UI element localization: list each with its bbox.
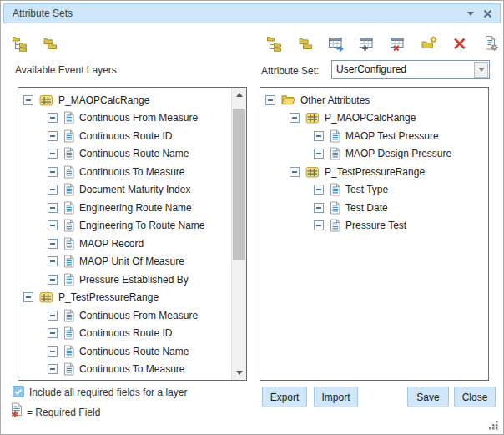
tree-item-label: MAOP Test Pressure [345,130,439,142]
table-import-icon[interactable] [328,35,345,52]
page-gear-icon[interactable] [482,35,499,52]
collapse-minus-icon[interactable] [48,328,58,338]
collapse-minus-icon[interactable] [48,149,58,159]
tree-item[interactable]: Test Date [260,199,488,217]
tree-item-label: Continuous Route ID [79,327,172,339]
tree-item[interactable]: Continuous Route Name [18,145,246,164]
table-add-icon[interactable] [359,35,375,52]
collapse-all-icon[interactable] [297,35,314,52]
scroll-down-icon[interactable] [232,366,246,380]
folder-gear-icon[interactable] [421,35,437,52]
tree-item-label: Document Maturity Index [79,184,190,195]
resize-grip[interactable] [488,419,499,430]
collapse-minus-icon[interactable] [48,256,58,266]
collapse-minus-icon[interactable] [314,149,324,159]
tree-item[interactable]: Test Type [260,181,488,200]
tree-item[interactable]: Other Attributes [260,91,488,109]
tree-item-label: Other Attributes [300,94,370,106]
tree-item[interactable]: P_MAOPCalcRange [18,91,246,109]
tree-item[interactable]: Engineering To Route Name [18,217,246,235]
tree-item[interactable]: Document Maturity Index [18,181,246,200]
tree-item[interactable]: MAOP Record [18,235,246,253]
collapse-minus-icon[interactable] [314,220,324,230]
include-required-fields-checkbox[interactable] [13,386,24,397]
event-layers-tree: P_MAOPCalcRangeContinuous From MeasureCo… [18,91,246,378]
tree-item[interactable]: Continuous To Measure [18,163,246,181]
tree-item[interactable]: Continuous Route ID [18,325,246,343]
tree-item-label: MAOP Record [79,238,144,250]
tree-item-label: Engineering Route Name [79,202,192,214]
collapse-all-icon[interactable] [42,35,58,52]
tree-item[interactable]: Continuous From Measure [18,306,246,325]
event-layer-icon [39,291,53,303]
combobox-dropdown-button[interactable] [474,62,488,78]
vertical-scrollbar[interactable] [231,88,246,380]
collapse-minus-icon[interactable] [314,131,324,141]
collapse-minus-icon[interactable] [48,364,58,374]
import-button[interactable]: Import [314,387,358,407]
collapse-minus-icon[interactable] [48,203,58,213]
collapse-minus-icon[interactable] [314,203,324,213]
attribute-set-toolbar [266,35,499,52]
tree-item[interactable]: P_TestPressureRange [260,163,488,181]
collapse-minus-icon[interactable] [265,95,275,105]
available-event-layers-label: Available Event Layers [15,64,117,76]
tree-item-label: Test Date [345,202,388,214]
tree-item-label: Continuous Route Name [79,148,189,159]
close-button[interactable]: Close [454,387,496,407]
include-required-fields-label: Include all required fields for a layer [29,387,187,398]
collapse-minus-icon[interactable] [48,311,58,321]
delete-x-icon[interactable] [451,35,468,52]
table-delete-icon[interactable] [390,35,406,52]
tree-item-label: MAOP Design Pressure [345,148,451,159]
collapse-minus-icon[interactable] [48,131,58,141]
field-icon [63,237,74,250]
scrollbar-thumb[interactable] [233,109,245,260]
collapse-minus-icon[interactable] [48,239,58,249]
collapse-minus-icon[interactable] [314,185,324,195]
tree-item[interactable]: Continuous Route Name [18,342,246,361]
tree-item[interactable]: P_TestPressureRange [18,289,246,307]
collapse-minus-icon[interactable] [290,167,300,177]
collapse-minus-icon[interactable] [290,113,300,123]
field-icon [63,183,74,196]
expand-all-icon[interactable] [266,35,283,52]
expand-all-icon[interactable] [12,35,28,52]
collapse-minus-icon[interactable] [48,346,58,357]
tree-item[interactable]: Continuous To Measure [18,361,246,379]
export-button[interactable]: Export [262,387,307,407]
required-field-legend: = Required Field [27,407,100,418]
tree-item[interactable]: Continuous Route ID [18,127,246,145]
collapse-minus-icon[interactable] [48,185,58,195]
collapse-minus-icon[interactable] [48,167,58,177]
collapse-minus-icon[interactable] [48,113,58,123]
tree-item-label: Continuous To Measure [79,363,185,375]
field-icon [330,147,340,160]
tree-item[interactable]: Continuous From Measure [18,109,246,128]
tree-item[interactable]: MAOP Test Pressure [260,127,488,145]
tree-item-label: Pressure Established By [79,274,189,286]
save-button[interactable]: Save [407,387,449,407]
titlebar-dropdown-icon[interactable] [467,12,474,16]
attribute-sets-dialog: Attribute Sets Available Event Layers At… [0,0,504,435]
tree-item[interactable]: MAOP Design Pressure [260,145,488,164]
attribute-set-combobox[interactable]: UserConfigured [331,60,490,79]
field-icon [63,309,74,322]
tree-item[interactable]: Engineering Route Name [18,199,246,217]
close-icon[interactable] [483,9,492,18]
scroll-up-icon[interactable] [232,88,246,102]
collapse-minus-icon[interactable] [23,292,33,302]
collapse-minus-icon[interactable] [48,275,58,285]
collapse-minus-icon[interactable] [23,95,33,105]
tree-item-label: MAOP Unit Of Measure [79,255,184,267]
available-event-layers-panel: P_MAOPCalcRangeContinuous From MeasureCo… [18,87,247,381]
tree-item[interactable]: MAOP Unit Of Measure [18,253,246,271]
collapse-minus-icon[interactable] [48,220,58,230]
tree-item-label: P_TestPressureRange [58,291,159,303]
field-icon [63,165,74,179]
required-field-icon [11,402,24,422]
tree-item[interactable]: Pressure Established By [18,271,246,289]
tree-item[interactable]: Pressure Test [260,217,488,235]
tree-item[interactable]: P_MAOPCalcRange [260,109,488,128]
tree-item-label: P_TestPressureRange [325,166,425,178]
